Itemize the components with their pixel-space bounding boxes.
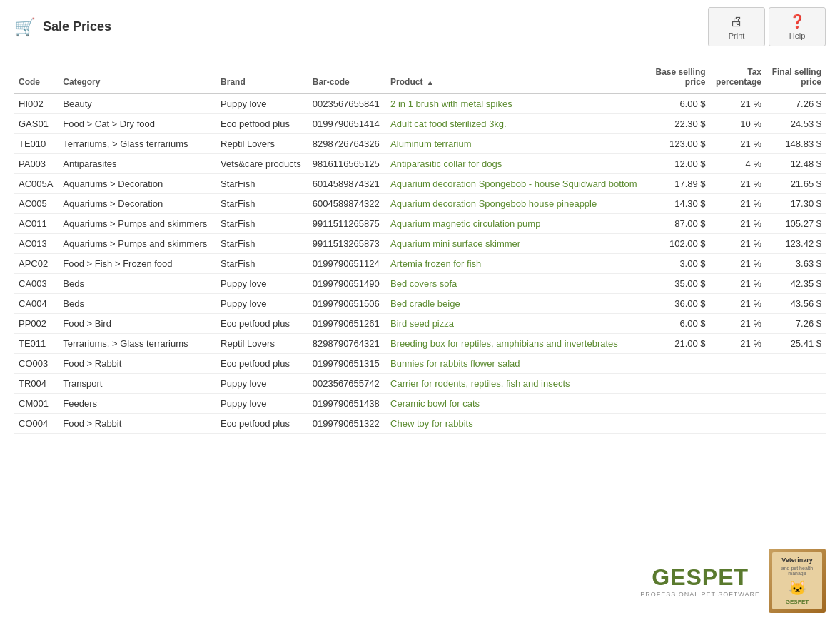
cell-barcode: 0199790651438 <box>308 394 386 414</box>
cell-tax_pct <box>710 374 766 394</box>
product-link[interactable]: Aquarium magnetic circulation pump <box>390 218 540 229</box>
cell-barcode: 6004589874322 <box>308 194 386 214</box>
cell-code: APC02 <box>14 254 59 274</box>
cell-category: Food > Fish > Frozen food <box>59 254 216 274</box>
product-link[interactable]: Breeding box for reptiles, amphibians an… <box>390 338 618 349</box>
product-link[interactable]: Bed cradle beige <box>390 298 460 309</box>
product-link[interactable]: Ceramic bowl for cats <box>390 398 480 409</box>
cell-tax_pct: 21 % <box>710 214 766 234</box>
col-header-brand: Brand <box>216 61 308 93</box>
help-label: Help <box>789 31 806 40</box>
main-content: Code Category Brand Bar-code Product ▲ B… <box>0 54 840 441</box>
cell-code: HI002 <box>14 93 59 114</box>
table-row: TE010Terrariums, > Glass terrariumsRepti… <box>14 134 826 154</box>
product-link[interactable]: Aluminum terrarium <box>390 138 471 149</box>
cell-product[interactable]: Breeding box for reptiles, amphibians an… <box>386 334 649 354</box>
cell-tax_pct: 21 % <box>710 334 766 354</box>
cell-tax_pct: 4 % <box>710 154 766 174</box>
cell-base_price: 87.00 $ <box>649 214 710 234</box>
cell-product[interactable]: Bird seed pizza <box>386 314 649 334</box>
cell-product[interactable]: Aquarium decoration Spongebob - house Sq… <box>386 174 649 194</box>
product-link[interactable]: Chew toy for rabbits <box>390 418 473 429</box>
cell-product[interactable]: Artemia frozen for fish <box>386 254 649 274</box>
cell-code: CA003 <box>14 274 59 294</box>
cell-product[interactable]: 2 in 1 brush with metal spikes <box>386 93 649 114</box>
cell-product[interactable]: Aquarium decoration Spongebob house pine… <box>386 194 649 214</box>
cell-barcode: 8298726764326 <box>308 134 386 154</box>
cell-brand: Reptil Lovers <box>216 334 308 354</box>
cell-product[interactable]: Chew toy for rabbits <box>386 414 649 434</box>
cell-base_price <box>649 374 710 394</box>
table-row: AC013Aquariums > Pumps and skimmersStarF… <box>14 234 826 254</box>
cell-base_price: 17.89 $ <box>649 174 710 194</box>
col-header-product[interactable]: Product ▲ <box>386 61 649 93</box>
cell-tax_pct: 21 % <box>710 93 766 114</box>
product-link[interactable]: Artemia frozen for fish <box>390 258 481 269</box>
table-row: CA003BedsPuppy love0199790651490Bed cove… <box>14 274 826 294</box>
product-link[interactable]: Carrier for rodents, reptiles, fish and … <box>390 378 570 389</box>
cell-base_price: 35.00 $ <box>649 274 710 294</box>
cell-brand: Puppy love <box>216 394 308 414</box>
cell-final_price: 25.41 $ <box>766 334 826 354</box>
product-link[interactable]: Aquarium decoration Spongebob - house Sq… <box>390 178 637 189</box>
cell-barcode: 0199790651506 <box>308 294 386 314</box>
cell-final_price: 12.48 $ <box>766 154 826 174</box>
cell-barcode: 0199790651315 <box>308 354 386 374</box>
cell-category: Beds <box>59 274 216 294</box>
cell-final_price: 24.53 $ <box>766 114 826 134</box>
print-label: Print <box>729 31 745 40</box>
cell-product[interactable]: Bed cradle beige <box>386 294 649 314</box>
printer-icon: 🖨 <box>730 14 743 29</box>
cell-tax_pct: 21 % <box>710 234 766 254</box>
header-actions: 🖨 Print ❓ Help <box>708 7 826 46</box>
cell-final_price: 123.42 $ <box>766 234 826 254</box>
cell-product[interactable]: Bed covers sofa <box>386 274 649 294</box>
cell-tax_pct: 21 % <box>710 134 766 154</box>
col-header-final-price: Final sellingprice <box>766 61 826 93</box>
cell-base_price <box>649 414 710 434</box>
cell-tax_pct: 21 % <box>710 174 766 194</box>
cell-category: Feeders <box>59 394 216 414</box>
col-header-category: Category <box>59 61 216 93</box>
cell-product[interactable]: Ceramic bowl for cats <box>386 394 649 414</box>
help-button[interactable]: ❓ Help <box>769 7 826 46</box>
cell-product[interactable]: Aquarium magnetic circulation pump <box>386 214 649 234</box>
cell-barcode: 0199790651414 <box>308 114 386 134</box>
table-row: AC005AAquariums > DecorationStarFish6014… <box>14 174 826 194</box>
cell-product[interactable]: Bunnies for rabbits flower salad <box>386 354 649 374</box>
cell-category: Aquariums > Pumps and skimmers <box>59 214 216 234</box>
product-link[interactable]: Antiparasitic collar for dogs <box>390 158 502 169</box>
cell-code: CM001 <box>14 394 59 414</box>
product-link[interactable]: 2 in 1 brush with metal spikes <box>390 98 512 109</box>
table-row: HI002BeautyPuppy love00235676558412 in 1… <box>14 93 826 114</box>
cell-product[interactable]: Aquarium mini surface skimmer <box>386 234 649 254</box>
cell-category: Transport <box>59 374 216 394</box>
cell-product[interactable]: Antiparasitic collar for dogs <box>386 154 649 174</box>
table-row: APC02Food > Fish > Frozen foodStarFish01… <box>14 254 826 274</box>
cell-final_price <box>766 374 826 394</box>
cell-code: CA004 <box>14 294 59 314</box>
cell-barcode: 0023567655841 <box>308 93 386 114</box>
cell-base_price: 36.00 $ <box>649 294 710 314</box>
cell-product[interactable]: Carrier for rodents, reptiles, fish and … <box>386 374 649 394</box>
table-row: CA004BedsPuppy love0199790651506Bed crad… <box>14 294 826 314</box>
product-link[interactable]: Aquarium mini surface skimmer <box>390 238 520 249</box>
cell-tax_pct <box>710 394 766 414</box>
cell-tax_pct <box>710 354 766 374</box>
col-header-tax: Taxpercentage <box>710 61 766 93</box>
table-row: PP002Food > BirdEco petfood plus01997906… <box>14 314 826 334</box>
product-link[interactable]: Bird seed pizza <box>390 318 454 329</box>
product-link[interactable]: Aquarium decoration Spongebob house pine… <box>390 198 597 209</box>
col-header-code: Code <box>14 61 59 93</box>
table-row: CO003Food > RabbitEco petfood plus019979… <box>14 354 826 374</box>
print-button[interactable]: 🖨 Print <box>708 7 765 46</box>
product-link[interactable]: Bunnies for rabbits flower salad <box>390 358 520 369</box>
cell-category: Antiparasites <box>59 154 216 174</box>
sale-prices-table: Code Category Brand Bar-code Product ▲ B… <box>14 61 826 434</box>
cell-product[interactable]: Aluminum terrarium <box>386 134 649 154</box>
product-link[interactable]: Adult cat food sterilized 3kg. <box>390 118 507 129</box>
product-link[interactable]: Bed covers sofa <box>390 278 457 289</box>
cell-product[interactable]: Adult cat food sterilized 3kg. <box>386 114 649 134</box>
table-row: AC005Aquariums > DecorationStarFish60045… <box>14 194 826 214</box>
cell-code: TE010 <box>14 134 59 154</box>
